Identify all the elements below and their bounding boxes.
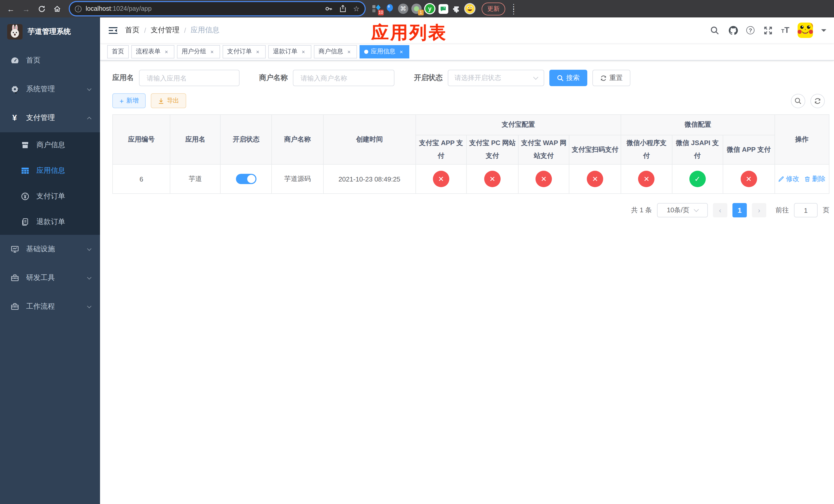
page-size-select[interactable]: 10条/页 bbox=[657, 203, 708, 217]
sidebar-item-pay-orders[interactable]: 支付订单 bbox=[0, 184, 100, 209]
sidebar-logo[interactable]: 芋道管理系统 bbox=[0, 18, 100, 46]
fullscreen-button[interactable] bbox=[763, 25, 773, 36]
extension-command-icon[interactable]: ⌘ bbox=[397, 3, 409, 14]
alipay-pc-status-icon bbox=[484, 171, 501, 187]
close-icon[interactable]: × bbox=[300, 48, 307, 55]
col-header-status: 开启状态 bbox=[221, 115, 272, 164]
github-link[interactable] bbox=[728, 25, 738, 36]
chevron-down-icon bbox=[694, 207, 699, 212]
url-bar[interactable]: i localhost:1024/pay/app ☆ bbox=[70, 2, 365, 15]
edit-button[interactable]: 修改 bbox=[778, 174, 799, 184]
cell-create-time: 2021-10-23 08:49:25 bbox=[323, 164, 416, 193]
col-header-alipay-app: 支付宝 APP 支付 bbox=[416, 135, 466, 164]
breadcrumb-payment[interactable]: 支付管理 bbox=[151, 26, 179, 35]
bookmark-star-icon[interactable]: ☆ bbox=[353, 5, 359, 13]
tab-app-info[interactable]: 应用信息× bbox=[359, 45, 409, 58]
tab-home[interactable]: 首页 bbox=[107, 45, 129, 58]
home-button[interactable] bbox=[50, 2, 64, 15]
browser-menu-icon[interactable]: ⋮⋮⋮ bbox=[510, 5, 513, 13]
tab-user-group[interactable]: 用户分组× bbox=[177, 45, 220, 58]
sidebar-item-system[interactable]: 系统管理 bbox=[0, 75, 100, 104]
chevron-down-icon bbox=[87, 86, 91, 91]
next-page-button[interactable]: › bbox=[752, 203, 766, 217]
reload-icon bbox=[38, 5, 45, 13]
tab-merchant-info[interactable]: 商户信息× bbox=[314, 45, 357, 58]
close-icon[interactable]: × bbox=[346, 48, 352, 55]
edit-button-label: 修改 bbox=[786, 174, 799, 184]
add-button[interactable]: + 新增 bbox=[112, 93, 146, 108]
close-icon[interactable]: × bbox=[255, 48, 261, 55]
goto-page-input[interactable] bbox=[794, 203, 818, 217]
close-icon[interactable]: × bbox=[163, 48, 170, 55]
breadcrumb-home[interactable]: 首页 bbox=[125, 26, 139, 35]
browser-update-button[interactable]: 更新 bbox=[482, 2, 505, 15]
extension-y-icon[interactable]: y bbox=[424, 3, 436, 14]
extension-recorder-icon[interactable]: 1 bbox=[411, 3, 422, 14]
export-button[interactable]: 导出 bbox=[151, 93, 186, 108]
alipay-app-status-icon bbox=[433, 171, 449, 187]
forward-button[interactable]: → bbox=[20, 2, 33, 15]
reset-button[interactable]: 重置 bbox=[592, 70, 630, 86]
search-button[interactable]: 搜索 bbox=[549, 70, 587, 86]
tab-refund-orders[interactable]: 退款订单× bbox=[268, 45, 311, 58]
sidebar-item-payment[interactable]: ¥ 支付管理 bbox=[0, 104, 100, 132]
sidebar-item-refund-orders[interactable]: 退款订单 bbox=[0, 209, 100, 235]
wx-mini-status-icon bbox=[638, 171, 655, 187]
refresh-icon bbox=[814, 97, 821, 104]
font-size-icon[interactable]: TT bbox=[781, 26, 789, 35]
merchant-name-input[interactable] bbox=[300, 74, 388, 82]
tab-label: 首页 bbox=[112, 47, 124, 56]
page-suffix: 页 bbox=[823, 206, 829, 215]
header-search-button[interactable] bbox=[709, 25, 720, 36]
close-icon[interactable]: × bbox=[209, 48, 215, 55]
browser-profile-avatar[interactable] bbox=[464, 3, 476, 14]
sidebar-item-infrastructure[interactable]: 基础设施 bbox=[0, 235, 100, 264]
status-select[interactable]: 请选择开启状态 bbox=[448, 70, 544, 86]
extension-balloon-icon[interactable] bbox=[384, 3, 395, 14]
sidebar-item-workflow[interactable]: 工作流程 bbox=[0, 292, 100, 321]
sidebar-item-app-info[interactable]: 应用信息 bbox=[0, 158, 100, 184]
tab-label: 支付订单 bbox=[227, 47, 252, 56]
sidebar-item-dev-tools[interactable]: 研发工具 bbox=[0, 264, 100, 292]
command-icon: ⌘ bbox=[398, 4, 408, 14]
screen: ← → i localhost:1024/pay/app bbox=[0, 0, 834, 504]
tab-pay-orders[interactable]: 支付订单× bbox=[223, 45, 266, 58]
page-info-icon[interactable]: i bbox=[75, 5, 82, 12]
extension-blocks-icon[interactable]: 10 bbox=[371, 3, 382, 14]
extension-chat-icon[interactable] bbox=[438, 3, 449, 14]
sidebar-item-home[interactable]: 首页 bbox=[0, 46, 100, 75]
tab-process-form[interactable]: 流程表单× bbox=[131, 45, 174, 58]
shop-icon bbox=[21, 141, 29, 150]
help-icon[interactable]: ? bbox=[746, 26, 754, 35]
refresh-table-button[interactable] bbox=[810, 94, 825, 108]
sidebar-item-merchant-info[interactable]: 商户信息 bbox=[0, 132, 100, 158]
yen-circle-icon bbox=[21, 192, 29, 201]
prev-page-button[interactable]: ‹ bbox=[713, 203, 727, 217]
page-1-button[interactable]: 1 bbox=[732, 203, 747, 217]
app-name-input[interactable] bbox=[146, 74, 233, 82]
back-button[interactable]: ← bbox=[4, 2, 18, 15]
col-group-wechat: 微信配置 bbox=[621, 115, 775, 135]
share-icon[interactable] bbox=[339, 5, 347, 13]
cell-app-name: 芋道 bbox=[170, 164, 220, 193]
breadcrumb-separator: / bbox=[144, 26, 146, 35]
status-toggle[interactable] bbox=[236, 174, 257, 184]
tab-label: 用户分组 bbox=[181, 47, 206, 56]
reload-button[interactable] bbox=[35, 2, 48, 15]
password-key-icon[interactable] bbox=[325, 5, 333, 13]
toggle-search-button[interactable] bbox=[791, 94, 805, 108]
chevron-up-icon bbox=[87, 117, 91, 121]
user-avatar[interactable] bbox=[797, 23, 813, 38]
trash-icon bbox=[805, 176, 811, 182]
col-header-alipay-qr: 支付宝扫码支付 bbox=[569, 135, 621, 164]
toolbox-icon bbox=[10, 302, 19, 311]
avatar-dropdown-caret-icon[interactable] bbox=[821, 29, 826, 34]
col-group-alipay: 支付宝配置 bbox=[416, 115, 621, 135]
cell-app-id: 6 bbox=[113, 164, 170, 193]
close-icon[interactable]: × bbox=[398, 48, 405, 55]
sidebar-collapse-button[interactable] bbox=[108, 25, 118, 36]
extensions-puzzle-icon[interactable] bbox=[451, 3, 462, 14]
delete-button[interactable]: 删除 bbox=[805, 174, 826, 184]
col-header-wx-app: 微信 APP 支付 bbox=[723, 135, 774, 164]
search-button-label: 搜索 bbox=[566, 73, 579, 83]
